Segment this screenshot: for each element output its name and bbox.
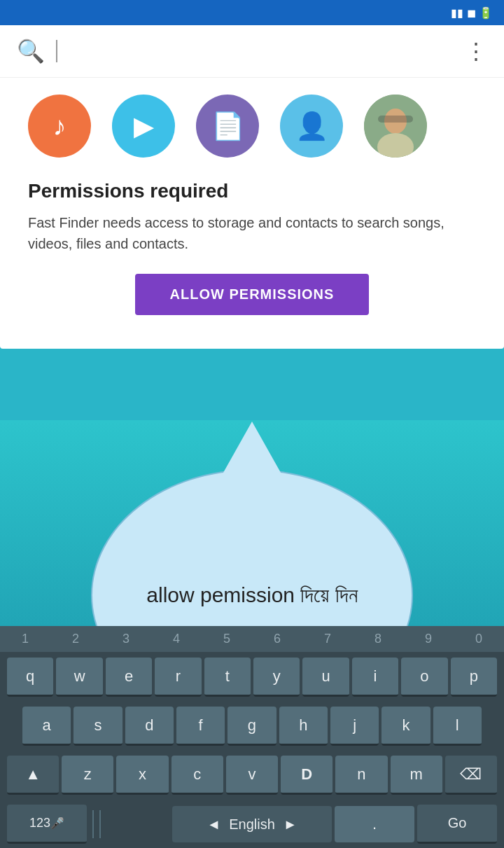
key-1[interactable]: 1 <box>0 629 50 649</box>
keyboard-dividers <box>90 810 169 838</box>
key-6[interactable]: 6 <box>252 629 302 649</box>
key-v[interactable]: v <box>226 756 278 795</box>
key-w[interactable]: w <box>56 658 102 697</box>
key-3[interactable]: 3 <box>101 629 151 649</box>
key-u[interactable]: u <box>302 658 349 697</box>
permission-section: Permissions required Fast Finder needs a… <box>0 174 504 332</box>
bubble-tail <box>220 422 284 478</box>
key-e[interactable]: e <box>106 658 152 697</box>
user-avatar[interactable] <box>364 95 427 158</box>
lang-right-arrow: ► <box>284 816 298 833</box>
key-o[interactable]: o <box>401 658 447 697</box>
key-j[interactable]: j <box>330 707 379 746</box>
tooltip-text: allow pemission দিয়ে দিন <box>146 583 357 608</box>
numbers-switch-key[interactable]: 123 🎤 <box>7 805 87 844</box>
contact-icon: 👤 <box>295 111 328 141</box>
status-bar: ▮▮ ◼ 🔋 <box>0 0 504 25</box>
key-d[interactable]: d <box>125 707 174 746</box>
key-7[interactable]: 7 <box>302 629 353 649</box>
search-card: 🔍 ⋮ ♪ ▶ 📄 👤 Pe <box>0 25 504 349</box>
key-y[interactable]: y <box>253 658 300 697</box>
key-i[interactable]: i <box>352 658 398 697</box>
key-x[interactable]: x <box>116 756 168 795</box>
file-icon: 📄 <box>211 111 244 141</box>
key-4[interactable]: 4 <box>151 629 202 649</box>
search-divider <box>56 40 57 62</box>
key-9[interactable]: 9 <box>403 629 454 649</box>
key-f[interactable]: f <box>176 707 225 746</box>
key-a[interactable]: a <box>22 707 71 746</box>
key-r[interactable]: r <box>155 658 201 697</box>
key-2[interactable]: 2 <box>50 629 101 649</box>
music-category-button[interactable]: ♪ <box>28 95 91 158</box>
keyboard-bottom-row: 123 🎤 ◄ English ► . Go <box>0 800 504 848</box>
shift-key[interactable]: ▲ <box>7 756 59 795</box>
key-5[interactable]: 5 <box>202 629 252 649</box>
delete-key[interactable]: ⌫ <box>445 756 497 795</box>
key-8[interactable]: 8 <box>353 629 403 649</box>
key-q[interactable]: q <box>7 658 53 697</box>
permission-title: Permissions required <box>28 180 476 202</box>
numbers-label: 123 <box>29 816 50 830</box>
key-g[interactable]: g <box>227 707 276 746</box>
search-icon[interactable]: 🔍 <box>17 38 45 64</box>
file-category-button[interactable]: 📄 <box>196 95 259 158</box>
permission-description: Fast Finder needs access to storage and … <box>28 212 476 254</box>
keyboard-row-3: ▲ z x c v D n m ⌫ <box>0 750 504 800</box>
video-icon: ▶ <box>134 111 154 141</box>
contact-category-button[interactable]: 👤 <box>280 95 343 158</box>
key-c[interactable]: c <box>172 756 223 795</box>
music-icon: ♪ <box>53 111 66 141</box>
language-selector[interactable]: ◄ English ► <box>172 806 332 842</box>
key-p[interactable]: p <box>451 658 497 697</box>
svg-rect-3 <box>378 116 413 123</box>
keyboard-row-1: q w e r t y u i o p <box>0 652 504 702</box>
keyboard: 1 2 3 4 5 6 7 8 9 0 q w e r t y u i o p … <box>0 626 504 848</box>
key-l[interactable]: l <box>433 707 482 746</box>
avatar-image <box>364 95 427 158</box>
go-key[interactable]: Go <box>417 805 497 844</box>
video-category-button[interactable]: ▶ <box>112 95 175 158</box>
dot-key[interactable]: . <box>335 806 414 842</box>
keyboard-number-row: 1 2 3 4 5 6 7 8 9 0 <box>0 626 504 652</box>
more-options-icon[interactable]: ⋮ <box>465 38 487 64</box>
key-t[interactable]: t <box>204 658 251 697</box>
mic-icon: 🎤 <box>50 816 64 830</box>
allow-btn-container: ALLOW PERMISSIONS <box>28 274 476 315</box>
key-n[interactable]: n <box>335 756 387 795</box>
keyboard-row-2: a s d f g h j k l <box>0 702 504 750</box>
status-icons: ▮▮ ◼ 🔋 <box>451 6 493 20</box>
search-bar: 🔍 ⋮ <box>0 25 504 78</box>
key-k[interactable]: k <box>382 707 430 746</box>
language-label: English <box>229 816 275 833</box>
key-m[interactable]: m <box>391 756 442 795</box>
key-h[interactable]: h <box>279 707 328 746</box>
key-s[interactable]: s <box>74 707 122 746</box>
category-row: ♪ ▶ 📄 👤 <box>0 78 504 174</box>
key-0[interactable]: 0 <box>454 629 504 649</box>
key-z[interactable]: z <box>62 756 113 795</box>
key-D[interactable]: D <box>281 756 332 795</box>
lang-left-arrow: ◄ <box>206 816 220 833</box>
allow-permissions-button[interactable]: ALLOW PERMISSIONS <box>135 274 370 315</box>
